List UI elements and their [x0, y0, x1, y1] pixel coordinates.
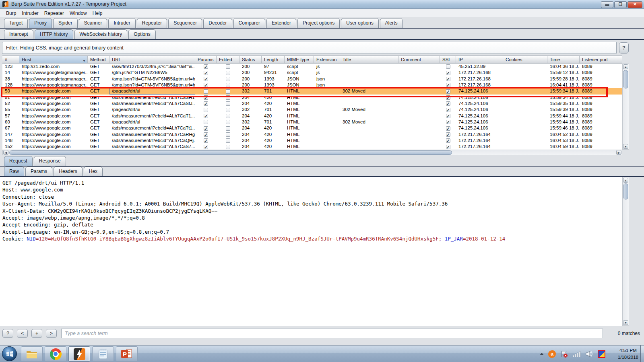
edited-checkbox[interactable]	[226, 64, 230, 69]
menu-help[interactable]: Help	[90, 9, 105, 17]
search-help-button[interactable]: ?	[2, 329, 13, 338]
taskbar-clock[interactable]: 4:51 PM 1/18/2018	[618, 347, 638, 361]
tab-repeater[interactable]: Repeater	[137, 18, 167, 28]
menu-repeater[interactable]: Repeater	[41, 9, 67, 17]
edited-checkbox[interactable]	[226, 95, 230, 100]
ssl-checkbox[interactable]	[446, 101, 450, 106]
column-header-comment[interactable]: Comment	[398, 56, 440, 63]
table-row-128[interactable]: 128https://www.googletagmanager...GET/am…	[2, 82, 622, 88]
table-vertical-scrollbar[interactable]: ▲ ▼	[622, 64, 629, 150]
tab-comparer[interactable]: Comparer	[233, 18, 265, 28]
ssl-checkbox[interactable]	[446, 145, 450, 149]
ssl-checkbox[interactable]	[446, 71, 450, 75]
column-header-params[interactable]: Params	[195, 56, 217, 63]
table-row-51[interactable]: 51https://www.google.comGET/ads/measurem…	[2, 95, 622, 101]
column-header-title[interactable]: Title	[340, 56, 398, 63]
search-prev-button[interactable]: <	[17, 329, 28, 338]
windows-start-button[interactable]	[2, 346, 17, 361]
subtab-websockets-history[interactable]: WebSockets history	[74, 29, 128, 39]
params-checkbox[interactable]	[204, 83, 208, 87]
params-checkbox[interactable]	[204, 89, 208, 94]
params-checkbox[interactable]	[204, 138, 208, 143]
column-header-host[interactable]: Host▼	[19, 56, 88, 63]
search-input[interactable]	[61, 329, 603, 338]
tab-target[interactable]: Target	[4, 18, 28, 28]
table-scrollbar-thumb[interactable]	[623, 70, 628, 88]
ssl-checkbox[interactable]	[446, 89, 450, 94]
table-row-14[interactable]: 14https://www.googletagmanager...GET/gtm…	[2, 70, 622, 76]
menu-window[interactable]: Window	[67, 9, 90, 17]
table-row-57[interactable]: 57https://www.google.comGET/ads/measurem…	[2, 113, 622, 119]
params-checkbox[interactable]	[204, 95, 208, 100]
scroll-left-icon[interactable]: ◀	[3, 150, 8, 155]
tab-alerts[interactable]: Alerts	[380, 18, 403, 28]
minimize-button[interactable]: ▬	[601, 1, 613, 8]
ssl-checkbox[interactable]	[446, 108, 450, 112]
raw-scrollbar-thumb[interactable]	[623, 183, 628, 200]
tab-decoder[interactable]: Decoder	[203, 18, 232, 28]
table-row-50[interactable]: 50https://www.google.comGET/pagead/drt/u…	[2, 88, 622, 94]
scroll-down-icon[interactable]: ▼	[623, 320, 628, 325]
params-checkbox[interactable]	[204, 64, 208, 69]
column-header-number[interactable]: #	[2, 56, 19, 63]
tab-intruder[interactable]: Intruder	[108, 18, 135, 28]
volume-speaker-icon[interactable]	[585, 350, 593, 358]
column-header-ip[interactable]: IP	[456, 56, 503, 63]
table-row-38[interactable]: 38https://www.googletagmanager...GET/amp…	[2, 76, 622, 82]
burp-suite-taskbar-button[interactable]	[68, 346, 90, 362]
file-explorer-taskbar-button[interactable]	[21, 346, 43, 362]
subtab-http-history[interactable]: HTTP history	[35, 29, 73, 39]
search-next-button[interactable]: >	[46, 329, 57, 338]
edited-checkbox[interactable]	[226, 71, 230, 75]
params-checkbox[interactable]	[204, 101, 208, 106]
edited-checkbox[interactable]	[226, 114, 230, 118]
column-header-listener-port[interactable]: Listener port	[580, 56, 622, 63]
table-horizontal-scrollbar[interactable]: ◀ ▶	[2, 150, 622, 155]
scroll-down-icon[interactable]: ▼	[623, 144, 628, 149]
params-checkbox[interactable]	[204, 71, 208, 75]
edited-checkbox[interactable]	[226, 77, 230, 81]
tab-spider[interactable]: Spider	[53, 18, 78, 28]
edited-checkbox[interactable]	[226, 126, 230, 131]
column-header-extension[interactable]: Extension	[314, 56, 340, 63]
table-row-148[interactable]: 148https://www.google.comGET/ads/measure…	[2, 138, 622, 144]
filter-bar[interactable]: Filter: Hiding CSS, image and general bi…	[2, 42, 617, 54]
edited-checkbox[interactable]	[226, 132, 230, 137]
tab-scanner[interactable]: Scanner	[79, 18, 107, 28]
ssl-checkbox[interactable]	[446, 64, 450, 69]
ssl-checkbox[interactable]	[446, 83, 450, 87]
table-row-147[interactable]: 147https://www.google.comGET/ads/measure…	[2, 132, 622, 138]
params-checkbox[interactable]	[204, 126, 208, 131]
vnc-viewer-icon[interactable]	[598, 350, 605, 358]
table-row-67[interactable]: 67https://www.google.comGET/ads/measurem…	[2, 125, 622, 131]
table-row-123[interactable]: 123http://z1.zedo.comGET/asw/fm/1270/3/2…	[2, 64, 622, 70]
ssl-checkbox[interactable]	[446, 77, 450, 81]
viewtab-hex[interactable]: Hex	[84, 167, 103, 176]
viewtab-headers[interactable]: Headers	[54, 167, 82, 176]
params-checkbox[interactable]	[204, 108, 208, 112]
avast-antivirus-icon[interactable]: a	[548, 350, 556, 358]
column-header-method[interactable]: Method	[88, 56, 109, 63]
scroll-up-icon[interactable]: ▲	[623, 64, 628, 69]
tab-extender[interactable]: Extender	[266, 18, 296, 28]
search-plus-button[interactable]: +	[31, 329, 42, 338]
subtab-options[interactable]: Options	[128, 29, 155, 39]
column-header-mime-type[interactable]: MIME type	[285, 56, 314, 63]
hidden-icons-chevron-icon[interactable]	[540, 353, 544, 355]
edited-checkbox[interactable]	[226, 138, 230, 143]
ssl-checkbox[interactable]	[446, 138, 450, 143]
table-row-55[interactable]: 55https://www.google.comGET/pagead/drt/u…	[2, 107, 622, 113]
ssl-checkbox[interactable]	[446, 126, 450, 131]
column-header-cookies[interactable]: Cookies	[503, 56, 547, 63]
msgtab-request[interactable]: Request	[4, 156, 33, 166]
edited-checkbox[interactable]	[226, 83, 230, 87]
table-row-52[interactable]: 52https://www.google.comGET/ads/measurem…	[2, 101, 622, 107]
show-desktop-button[interactable]	[640, 346, 644, 362]
tab-proxy[interactable]: Proxy	[29, 18, 52, 28]
action-center-flag-icon[interactable]	[560, 350, 568, 358]
filter-help-button[interactable]: ?	[619, 42, 629, 53]
table-row-152[interactable]: 152https://www.google.comGET/ads/measure…	[2, 144, 622, 150]
close-button[interactable]: ✕	[627, 1, 642, 8]
raw-request-view[interactable]: GET /pagead/drt/ui HTTP/1.1Host: www.goo…	[0, 177, 622, 326]
tab-sequencer[interactable]: Sequencer	[168, 18, 202, 28]
